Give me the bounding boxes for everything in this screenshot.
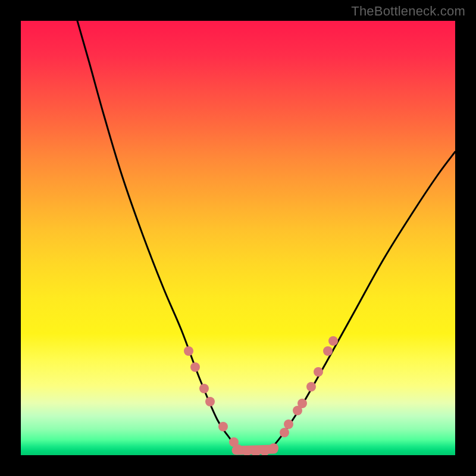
watermark-text: TheBottleneck.com	[351, 4, 465, 19]
svg-point-14	[298, 399, 307, 408]
svg-point-16	[314, 367, 323, 377]
chart-svg	[21, 21, 455, 455]
svg-point-11	[280, 428, 289, 437]
left-curve	[77, 21, 238, 449]
svg-point-10	[269, 443, 278, 453]
svg-point-18	[328, 336, 338, 346]
svg-point-17	[323, 346, 333, 356]
svg-point-0	[184, 346, 193, 356]
chart-container: TheBottleneck.com	[0, 0, 476, 476]
svg-point-12	[284, 419, 293, 429]
svg-point-2	[199, 384, 209, 393]
svg-point-3	[205, 397, 215, 406]
plot-area	[21, 21, 455, 455]
svg-point-4	[218, 422, 228, 431]
svg-point-6	[233, 444, 243, 454]
svg-point-1	[190, 362, 200, 372]
svg-point-15	[306, 382, 316, 392]
